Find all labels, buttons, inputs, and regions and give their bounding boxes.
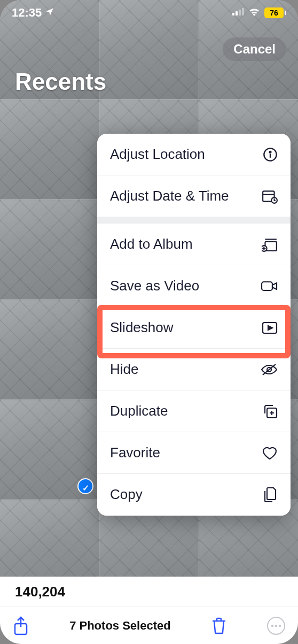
battery-level: 76 (264, 7, 284, 18)
play-rect-icon (258, 321, 278, 334)
location-icon (45, 6, 54, 20)
photo-count-strip: 140,204 (0, 577, 298, 607)
trash-button[interactable] (211, 617, 226, 634)
heart-icon (258, 446, 278, 460)
svg-rect-12 (262, 282, 272, 290)
menu-divider (97, 217, 291, 224)
album-add-icon (258, 237, 278, 252)
menu-label: Favorite (110, 445, 258, 461)
status-time: 12:35 (12, 6, 42, 20)
cancel-label: Cancel (233, 42, 276, 56)
menu-label: Adjust Location (110, 147, 258, 163)
menu-adjust-datetime[interactable]: Adjust Date & Time (97, 175, 291, 217)
album-title: Recents (15, 68, 106, 95)
svg-rect-1 (236, 11, 238, 16)
menu-label: Save as Video (110, 278, 258, 294)
svg-point-5 (270, 151, 271, 152)
menu-label: Hide (110, 362, 258, 378)
pin-info-icon (258, 147, 278, 162)
menu-label: Adjust Date & Time (110, 188, 258, 204)
selected-count: 7 Photos Selected (69, 619, 171, 633)
bottom-toolbar: 7 Photos Selected (0, 607, 298, 644)
battery-indicator: 76 (264, 7, 286, 18)
menu-copy[interactable]: Copy (97, 474, 291, 516)
svg-point-20 (279, 624, 281, 627)
copy-docs-icon (258, 487, 278, 503)
photo-tile[interactable] (0, 300, 99, 400)
context-menu: Adjust Location Adjust Date & Time Add t… (97, 134, 291, 516)
calendar-clock-icon (258, 189, 278, 204)
share-button[interactable] (13, 616, 29, 635)
eye-slash-icon (258, 363, 278, 376)
menu-label: Add to Album (110, 236, 258, 252)
wifi-icon (248, 7, 260, 18)
photo-tile[interactable] (0, 200, 99, 300)
signal-icon (232, 8, 244, 18)
photo-tile-selected[interactable] (0, 400, 99, 500)
menu-favorite[interactable]: Favorite (97, 432, 291, 474)
status-bar: 12:35 76 (0, 0, 298, 26)
menu-label: Duplicate (110, 403, 258, 419)
video-icon (258, 280, 278, 293)
svg-point-19 (275, 624, 278, 627)
photo-tile[interactable] (0, 100, 99, 200)
menu-add-to-album[interactable]: Add to Album (97, 224, 291, 265)
svg-rect-2 (239, 10, 241, 16)
menu-save-as-video[interactable]: Save as Video (97, 265, 291, 307)
menu-hide[interactable]: Hide (97, 349, 291, 390)
svg-rect-3 (242, 8, 244, 16)
menu-label: Copy (110, 487, 258, 503)
menu-label: Slideshow (110, 320, 258, 336)
duplicate-icon (258, 404, 278, 419)
svg-rect-0 (232, 13, 234, 16)
menu-slideshow[interactable]: Slideshow (97, 307, 291, 349)
menu-duplicate[interactable]: Duplicate (97, 390, 291, 432)
svg-point-18 (271, 624, 274, 627)
more-button[interactable] (267, 617, 285, 635)
cancel-button[interactable]: Cancel (223, 37, 286, 61)
menu-adjust-location[interactable]: Adjust Location (97, 134, 291, 175)
photo-count: 140,204 (15, 584, 65, 600)
